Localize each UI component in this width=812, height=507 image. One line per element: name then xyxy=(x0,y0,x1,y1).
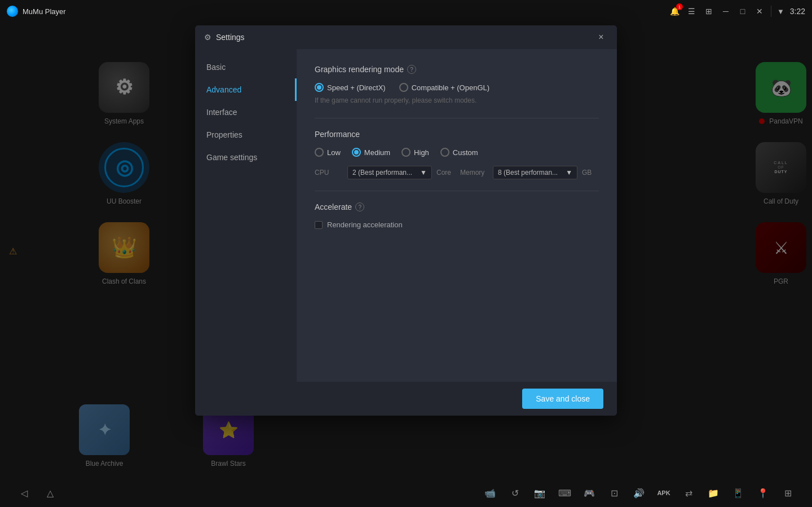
bottom-bar: ◁ △ 📹 ↺ 📷 ⌨ 🎮 ⊡ 🔊 APK ⇄ 📁 📱 📍 ⊞ xyxy=(0,479,812,507)
cpu-label: CPU xyxy=(315,169,343,177)
speed-radio-circle xyxy=(315,83,324,92)
notification-badge: 1 xyxy=(676,3,683,10)
sidebar-item-basic[interactable]: Basic xyxy=(195,56,297,78)
app-logo xyxy=(7,6,18,17)
main-content: ⚠ ⚙ System Apps ◎ UU Booster 👑 Clash of … xyxy=(0,23,812,479)
settings-content: Graphics rendering mode ? Speed + (Direc… xyxy=(297,49,617,382)
rendering-acceleration-option[interactable]: Rendering acceleration xyxy=(315,221,599,229)
low-radio-circle xyxy=(315,148,324,157)
home-icon[interactable]: △ xyxy=(43,486,58,500)
resize-icon[interactable]: ⊡ xyxy=(607,486,621,500)
maximize-icon[interactable]: □ xyxy=(737,6,748,17)
phone-icon[interactable]: 📱 xyxy=(731,486,745,500)
menu-icon[interactable]: ☰ xyxy=(686,6,698,17)
perf-custom-option[interactable]: Custom xyxy=(440,148,478,157)
memory-select[interactable]: 8 (Best performan... ▼ xyxy=(493,166,577,179)
notification-icon[interactable]: 🔔 1 xyxy=(669,6,681,17)
memory-label: Memory xyxy=(460,169,488,177)
performance-section-title: Performance xyxy=(315,130,599,139)
cpu-unit: Core xyxy=(436,169,451,177)
app-title: MuMu Player xyxy=(23,7,66,16)
accelerate-help-icon[interactable]: ? xyxy=(355,202,364,211)
compatible-opengl-option[interactable]: Compatible + (OpenGL) xyxy=(399,83,489,92)
settings-overlay: ⚙ Settings × Basic Advanced Interface xyxy=(0,23,812,479)
settings-dialog: ⚙ Settings × Basic Advanced Interface xyxy=(195,25,617,416)
grid-icon[interactable]: ⊞ xyxy=(780,486,795,500)
divider-1 xyxy=(315,118,599,118)
sidebar-item-properties[interactable]: Properties xyxy=(195,124,297,146)
video-record-icon[interactable]: 📹 xyxy=(483,486,497,500)
volume-icon[interactable]: 🔊 xyxy=(632,486,646,500)
keyboard-icon[interactable]: ⌨ xyxy=(557,486,572,500)
settings-sidebar: Basic Advanced Interface Properties Game… xyxy=(195,49,297,382)
back-icon[interactable]: ◁ xyxy=(17,486,32,500)
custom-label: Custom xyxy=(453,148,478,157)
settings-gear-icon: ⚙ xyxy=(204,33,211,42)
top-bar-right: 🔔 1 ☰ ⊞ ─ □ ✕ ▼ 3:22 xyxy=(669,6,805,17)
graphics-section-title: Graphics rendering mode ? xyxy=(315,65,599,74)
sidebar-item-game-settings[interactable]: Game settings xyxy=(195,146,297,169)
apk-icon[interactable]: APK xyxy=(656,486,671,500)
settings-footer: Save and close xyxy=(195,382,617,416)
performance-options: Low Medium High Custom xyxy=(315,148,599,157)
speed-label: Speed + (DirectX) xyxy=(327,83,386,92)
graphics-radio-group: Speed + (DirectX) Compatible + (OpenGL) xyxy=(315,83,599,92)
graphics-help-icon[interactable]: ? xyxy=(407,65,416,74)
top-bar: MuMu Player 🔔 1 ☰ ⊞ ─ □ ✕ ▼ 3:22 xyxy=(0,0,812,23)
graphics-hint: If the game cannot run properly, please … xyxy=(315,96,599,104)
sidebar-item-interface[interactable]: Interface xyxy=(195,101,297,124)
custom-radio-circle xyxy=(440,148,449,157)
wifi-icon: ▼ xyxy=(777,7,784,16)
settings-body: Basic Advanced Interface Properties Game… xyxy=(195,49,617,382)
settings-title-row: ⚙ Settings xyxy=(204,33,245,42)
accelerate-section-title: Accelerate ? xyxy=(315,202,599,211)
divider-2 xyxy=(315,191,599,191)
low-label: Low xyxy=(327,148,341,157)
cpu-select[interactable]: 2 (Best performan... ▼ xyxy=(347,166,432,179)
perf-medium-option[interactable]: Medium xyxy=(352,148,390,157)
perf-high-option[interactable]: High xyxy=(401,148,429,157)
high-radio-circle xyxy=(401,148,411,157)
location-icon[interactable]: 📍 xyxy=(756,486,770,500)
perf-low-option[interactable]: Low xyxy=(315,148,341,157)
rendering-checkbox xyxy=(315,221,323,229)
bottom-icons-center: 📹 ↺ 📷 ⌨ 🎮 ⊡ 🔊 APK ⇄ 📁 📱 📍 ⊞ xyxy=(483,486,795,500)
medium-radio-circle xyxy=(352,148,361,157)
high-label: High xyxy=(414,148,429,157)
memory-unit: GB xyxy=(582,169,592,177)
top-bar-left: MuMu Player xyxy=(7,6,66,17)
nav-back-home: ◁ △ xyxy=(17,486,58,500)
minimize-icon[interactable]: ─ xyxy=(720,6,731,17)
settings-title: Settings xyxy=(216,33,245,42)
medium-label: Medium xyxy=(364,148,390,157)
screen-icon[interactable]: ⊞ xyxy=(703,6,714,17)
close-icon[interactable]: ✕ xyxy=(754,6,765,17)
compatible-radio-circle xyxy=(399,83,408,92)
transfer-icon[interactable]: ⇄ xyxy=(681,486,696,500)
folder-icon[interactable]: 📁 xyxy=(706,486,721,500)
screenshot-icon[interactable]: 📷 xyxy=(532,486,547,500)
gamepad-icon[interactable]: 🎮 xyxy=(582,486,597,500)
rotate-icon[interactable]: ↺ xyxy=(508,486,522,500)
rendering-acceleration-label: Rendering acceleration xyxy=(327,221,403,229)
save-close-button[interactable]: Save and close xyxy=(522,389,603,409)
time-display: 3:22 xyxy=(790,7,805,16)
compatible-label: Compatible + (OpenGL) xyxy=(412,83,489,92)
accelerate-section: Accelerate ? Rendering acceleration xyxy=(315,202,599,229)
resource-row: CPU 2 (Best performan... ▼ Core Memory 8… xyxy=(315,166,599,179)
settings-close-button[interactable]: × xyxy=(594,30,608,44)
speed-directx-option[interactable]: Speed + (DirectX) xyxy=(315,83,386,92)
sidebar-item-advanced[interactable]: Advanced xyxy=(195,78,297,101)
settings-header: ⚙ Settings × xyxy=(195,25,617,49)
